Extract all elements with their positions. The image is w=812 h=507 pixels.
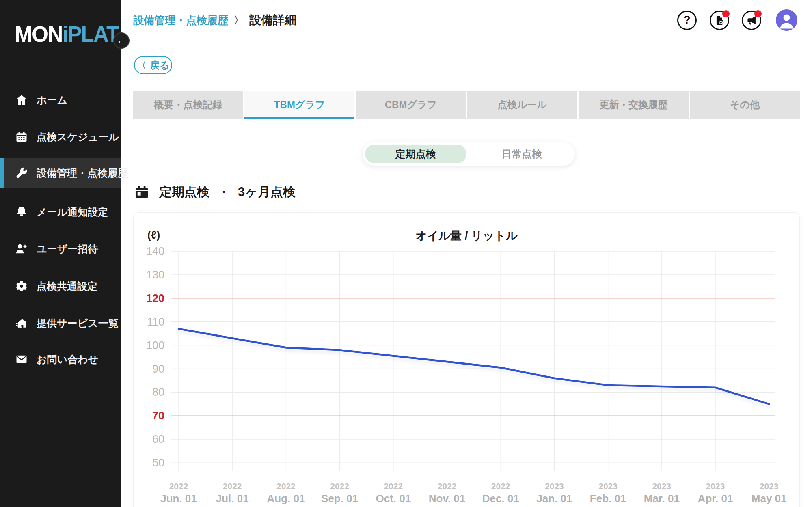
x-tick-label: 2022Dec. 01	[470, 481, 531, 505]
x-tick-date: Mar. 01	[631, 492, 692, 505]
tab-overview[interactable]: 概要・点検記録	[133, 91, 243, 119]
toggle-option-daily[interactable]: 日常点検	[471, 145, 573, 163]
x-tick-label: 2023Feb. 01	[578, 481, 639, 505]
x-tick-year: 2022	[309, 481, 370, 491]
notification-badge	[722, 10, 730, 17]
x-tick-date: Jun. 01	[148, 492, 209, 505]
x-tick-date: Apr. 01	[685, 492, 746, 505]
moniplat-logo: MONiPLAT	[15, 21, 119, 47]
x-tick-date: Dec. 01	[470, 492, 531, 505]
inspection-type-toggle: 定期点検日常点検	[363, 142, 575, 166]
sidebar-item-home[interactable]: ホーム	[0, 85, 121, 115]
oil-line-chart	[134, 213, 800, 507]
sidebar-item-contact[interactable]: お問い合わせ	[0, 344, 121, 374]
sidebar-item-label: お問い合わせ	[37, 353, 98, 366]
sidebar-item-label: ユーザー招待	[37, 242, 98, 256]
x-tick-year: 2022	[255, 481, 316, 491]
sidebar-item-invite[interactable]: ユーザー招待	[0, 234, 121, 264]
logo-text-blue: iPLAT	[62, 22, 119, 47]
y-tick-label: 120	[134, 292, 164, 305]
x-tick-label: 2022Jul. 01	[202, 481, 263, 505]
x-tick-year: 2022	[363, 481, 424, 491]
x-tick-date: Nov. 01	[417, 492, 477, 505]
x-tick-date: Jul. 01	[202, 492, 263, 505]
tab-inspection-rules[interactable]: 点検ルール	[467, 91, 577, 119]
person-icon	[776, 9, 797, 31]
x-tick-date: Sep. 01	[309, 492, 370, 505]
help-button[interactable]: ?	[677, 11, 697, 30]
section-title: 定期点検 ・ 3ヶ月点検	[159, 183, 296, 201]
breadcrumb-separator: 〉	[234, 14, 244, 27]
tab-cbm-graph[interactable]: CBMグラフ	[356, 91, 466, 119]
tab-bar: 概要・点検記録TBMグラフCBMグラフ点検ルール更新・交換履歴その他	[133, 91, 800, 119]
x-tick-label: 2022Aug. 01	[255, 481, 316, 505]
x-tick-date: Jan. 01	[524, 492, 585, 505]
x-tick-label: 2022Oct. 01	[363, 481, 424, 505]
x-tick-year: 2022	[417, 481, 477, 491]
x-tick-date: May 01	[739, 492, 799, 505]
x-tick-year: 2022	[202, 481, 263, 491]
sidebar-item-services[interactable]: 提供サービス一覧	[0, 308, 121, 338]
oil-chart-card: (ℓ) オイル量 / リットル 140130120110100908070605…	[133, 212, 800, 507]
x-tick-year: 2023	[524, 481, 585, 491]
wrench-icon	[15, 167, 28, 179]
person-plus-icon	[15, 243, 28, 255]
collapse-arrow-icon: ←	[117, 35, 126, 45]
tab-tbm-graph[interactable]: TBMグラフ	[244, 91, 354, 119]
y-tick-label: 100	[134, 339, 164, 352]
envelope-icon	[15, 353, 28, 365]
sidebar-item-label: 設備管理・点検履歴	[37, 166, 128, 180]
sidebar: MONiPLAT ホーム点検スケジュール設備管理・点検履歴メール通知設定ユーザー…	[0, 0, 121, 507]
house-signal-icon	[15, 317, 28, 329]
back-chevron-icon: 〈	[137, 59, 147, 72]
y-tick-label: 110	[134, 316, 164, 328]
x-tick-date: Oct. 01	[363, 492, 424, 505]
x-tick-date: Feb. 01	[578, 492, 639, 505]
sidebar-item-settings[interactable]: 点検共通設定	[0, 271, 121, 301]
tab-others[interactable]: その他	[690, 91, 800, 119]
breadcrumb: 設備管理・点検履歴 〉 設備詳細	[133, 12, 296, 28]
announcements-button[interactable]	[742, 11, 761, 30]
section-title-detail: 3ヶ月点検	[238, 183, 296, 201]
sidebar-item-label: メール通知設定	[37, 205, 108, 219]
toggle-option-periodic[interactable]: 定期点検	[365, 145, 466, 163]
sidebar-item-label: 提供サービス一覧	[37, 317, 119, 330]
y-tick-label: 80	[134, 386, 164, 399]
x-tick-label: 2023Apr. 01	[685, 481, 746, 505]
section-title-type: 定期点検	[159, 183, 209, 201]
sidebar-item-mail[interactable]: メール通知設定	[0, 197, 121, 227]
breadcrumb-parent-link[interactable]: 設備管理・点検履歴	[133, 13, 228, 28]
question-mark-icon: ?	[678, 13, 695, 26]
x-tick-label: 2023May 01	[739, 481, 799, 505]
calendar-icon	[15, 131, 28, 143]
x-tick-date: Aug. 01	[255, 492, 316, 505]
header-divider	[121, 41, 812, 41]
report-check-button[interactable]	[710, 11, 729, 30]
x-tick-year: 2023	[631, 481, 692, 491]
x-tick-label: 2022Sep. 01	[309, 481, 370, 505]
back-button-label: 戻る	[150, 59, 170, 72]
y-tick-label: 50	[134, 457, 164, 469]
gear-icon	[15, 280, 28, 292]
y-tick-label: 140	[134, 245, 164, 258]
x-tick-label: 2023Jan. 01	[524, 481, 585, 505]
x-tick-year: 2023	[578, 481, 639, 491]
sidebar-collapse-button[interactable]: ←	[113, 32, 130, 49]
y-tick-label: 70	[134, 410, 164, 422]
x-tick-year: 2023	[685, 481, 746, 491]
sidebar-item-equipment[interactable]: 設備管理・点検履歴	[0, 158, 121, 188]
back-button[interactable]: 〈 戻る	[134, 56, 172, 74]
x-tick-year: 2023	[739, 481, 799, 491]
x-tick-year: 2022	[470, 481, 531, 491]
section-header: 定期点検 ・ 3ヶ月点検	[134, 183, 296, 201]
x-tick-label: 2023Mar. 01	[631, 481, 692, 505]
avatar[interactable]	[776, 9, 797, 31]
y-tick-label: 60	[134, 433, 164, 446]
home-icon	[15, 94, 28, 106]
sidebar-item-schedule[interactable]: 点検スケジュール	[0, 122, 121, 152]
logo-text-white: MON	[15, 22, 62, 47]
sidebar-item-label: 点検スケジュール	[37, 130, 119, 144]
tab-renewal-history[interactable]: 更新・交換履歴	[579, 91, 689, 119]
x-tick-label: 2022Jun. 01	[148, 481, 209, 505]
notification-badge	[754, 10, 762, 17]
